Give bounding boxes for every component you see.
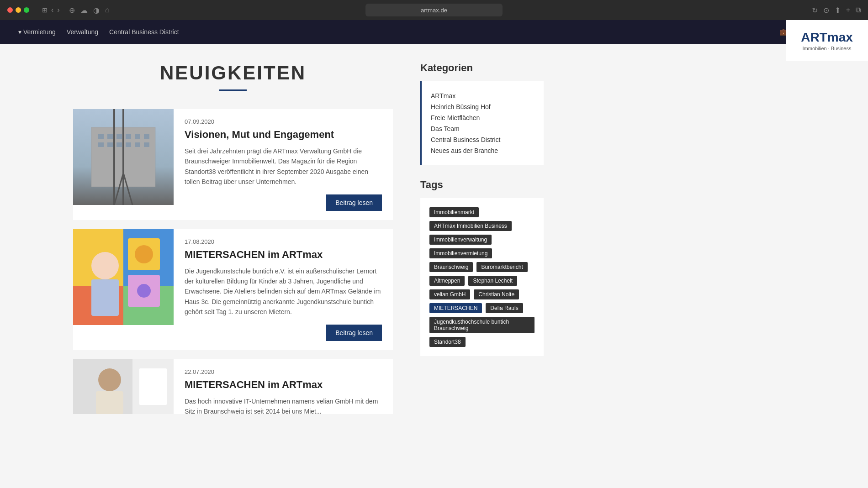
category-cbd[interactable]: Central Business District	[431, 134, 535, 145]
tag-christian-nolte[interactable]: Christian Nolte	[474, 289, 519, 299]
article-excerpt-2: Die Jugendkunstschule buntich e.V. ist e…	[185, 266, 382, 317]
tags-box: Immobilienmarkt ARTmax Immobilien Busine…	[420, 198, 544, 356]
svg-rect-13	[126, 142, 131, 147]
tag-braunschweig[interactable]: Braunschweig	[429, 262, 473, 272]
sidebar: Kategorien ARTmax Heinrich Büssing Hof F…	[411, 44, 557, 441]
title-underline	[219, 89, 247, 91]
article-date-2: 17.08.2020	[185, 238, 382, 245]
tags-section: Tags Immobilienmarkt ARTmax Immobilien B…	[420, 179, 544, 356]
article-excerpt-3: Das hoch innovative IT-Unternehmen namen…	[185, 396, 382, 414]
logo-box: ARTmax Immobilien · Business	[786, 20, 868, 61]
svg-rect-10	[98, 142, 104, 147]
article-footer-2: Beitrag lesen	[185, 325, 382, 341]
url-text: artmax.de	[421, 7, 447, 14]
article-image-1	[73, 109, 174, 205]
category-branche[interactable]: Neues aus der Branche	[431, 145, 535, 156]
tag-mietersachen[interactable]: MIETERSACHEN	[429, 303, 482, 313]
categories-title: Kategorien	[420, 62, 544, 74]
refresh-icon[interactable]: ↻	[812, 6, 818, 15]
svg-point-26	[135, 245, 153, 263]
svg-rect-12	[116, 142, 122, 147]
minimize-button[interactable]	[16, 7, 21, 13]
forward-button[interactable]: ›	[57, 6, 59, 14]
article-image-3	[73, 359, 174, 414]
tag-altmeppen[interactable]: Altmeppen	[429, 276, 465, 286]
svg-rect-24	[91, 279, 119, 316]
maximize-button[interactable]	[24, 7, 29, 13]
back-button[interactable]: ‹	[51, 6, 53, 14]
share-icon: ⊕	[69, 6, 75, 15]
category-team[interactable]: Das Team	[431, 123, 535, 134]
categories-section: Kategorien ARTmax Heinrich Büssing Hof F…	[420, 62, 544, 165]
sidebar-toggle-icon[interactable]: ⊞	[42, 6, 48, 14]
article-card-2: 17.08.2020 MIETERSACHEN im ARTmax Die Ju…	[73, 229, 393, 350]
article-image-2	[73, 229, 174, 325]
tags-title: Tags	[420, 179, 544, 191]
nav-verwaltung[interactable]: Verwaltung	[67, 28, 98, 36]
home-icon[interactable]: ⌂	[105, 6, 110, 14]
tag-immobilienvermietung[interactable]: Immobilienvermietung	[429, 248, 492, 258]
read-more-btn-1[interactable]: Beitrag lesen	[326, 194, 382, 211]
svg-rect-15	[144, 142, 149, 147]
svg-rect-6	[116, 134, 122, 139]
page-title: NEUIGKEITEN	[73, 62, 393, 84]
brightness-icon: ◑	[93, 6, 100, 15]
svg-rect-14	[135, 142, 140, 147]
browser-controls: ⊞ ‹ ›	[42, 6, 60, 14]
article-footer-1: Beitrag lesen	[185, 194, 382, 211]
download-icon[interactable]: ⊙	[823, 6, 829, 15]
railway-image	[73, 109, 174, 205]
tag-jugendkusthochschule[interactable]: Jugendkusthochschule buntich Braunschwei…	[429, 317, 535, 333]
browser-icons: ⊕ ☁ ◑ ⌂	[69, 6, 110, 15]
tag-immobilienmarkt[interactable]: Immobilienmarkt	[429, 207, 479, 217]
address-bar[interactable]: artmax.de	[365, 4, 503, 16]
tag-artmax-immobilien[interactable]: ARTmax Immobilien Business	[429, 221, 512, 231]
svg-rect-1	[73, 109, 174, 205]
article-date-3: 22.07.2020	[185, 368, 382, 375]
svg-rect-11	[107, 142, 113, 147]
article-body-3: 22.07.2020 MIETERSACHEN im ARTmax Das ho…	[174, 359, 393, 414]
dropdown-arrow-icon: ▾	[18, 28, 21, 36]
svg-rect-33	[139, 368, 167, 405]
close-button[interactable]	[7, 7, 13, 13]
svg-rect-9	[144, 134, 149, 139]
nav-links: ▾ Vermietung Verwaltung Central Business…	[18, 28, 179, 36]
categories-box: ARTmax Heinrich Büssing Hof Freie Mietfl…	[420, 81, 544, 165]
read-more-btn-2[interactable]: Beitrag lesen	[326, 325, 382, 341]
article-title-3: MIETERSACHEN im ARTmax	[185, 379, 382, 391]
svg-rect-4	[98, 134, 104, 139]
logo[interactable]: ARTmax	[801, 30, 853, 45]
tabs-icon[interactable]: ⧉	[856, 6, 861, 14]
tag-standort38[interactable]: Standort38	[429, 337, 466, 347]
nav-cbd[interactable]: Central Business District	[109, 28, 179, 36]
article-card-3: 22.07.2020 MIETERSACHEN im ARTmax Das ho…	[73, 359, 393, 414]
new-tab-icon[interactable]: +	[846, 6, 850, 14]
svg-rect-7	[126, 134, 131, 139]
article-title-2: MIETERSACHEN im ARTmax	[185, 249, 382, 261]
svg-point-28	[137, 284, 151, 298]
article-body-1: 07.09.2020 Visionen, Mut und Engagement …	[174, 109, 393, 220]
category-artmax[interactable]: ARTmax	[431, 90, 535, 101]
tag-delia-rauls[interactable]: Delia Rauls	[486, 303, 523, 313]
nav-vermietung[interactable]: ▾ Vermietung	[18, 28, 56, 36]
page-title-section: NEUIGKEITEN	[73, 62, 393, 91]
article-card: 07.09.2020 Visionen, Mut und Engagement …	[73, 109, 393, 220]
tag-velian-gmbh[interactable]: velian GmbH	[429, 289, 470, 299]
tag-stephan-lechelt[interactable]: Stephan Lechelt	[468, 276, 517, 286]
svg-rect-8	[135, 134, 140, 139]
article-excerpt-1: Seit drei Jahrzehnten prägt die ARTmax V…	[185, 146, 382, 187]
tag-immobilienverwaltung[interactable]: Immobilienverwaltung	[429, 235, 492, 245]
article-body-2: 17.08.2020 MIETERSACHEN im ARTmax Die Ju…	[174, 229, 393, 350]
tag-bueromarktbericht[interactable]: Büromarktbericht	[476, 262, 527, 272]
main-content: NEUIGKEITEN	[0, 44, 411, 441]
tags-container: Immobilienmarkt ARTmax Immobilien Busine…	[429, 207, 535, 347]
upload-icon[interactable]: ⬆	[835, 6, 841, 15]
svg-rect-31	[96, 391, 123, 414]
cloud-icon: ☁	[80, 6, 88, 15]
category-buessing[interactable]: Heinrich Büssing Hof	[431, 101, 535, 112]
logo-subtitle: Immobilien · Business	[801, 46, 853, 51]
nav-bar: ▾ Vermietung Verwaltung Central Business…	[0, 20, 868, 44]
article-title-1: Visionen, Mut und Engagement	[185, 129, 382, 141]
category-mietflaechen[interactable]: Freie Mietflächen	[431, 112, 535, 123]
article-date-1: 07.09.2020	[185, 118, 382, 125]
